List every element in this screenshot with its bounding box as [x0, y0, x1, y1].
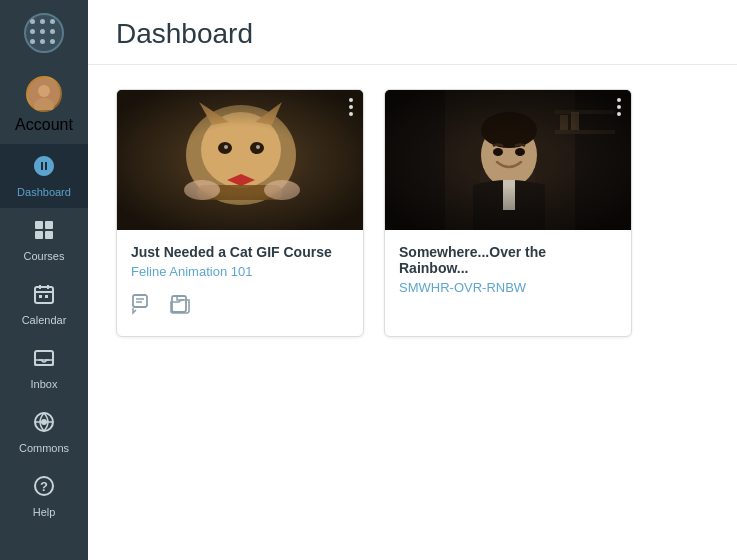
- sidebar-item-label: Inbox: [31, 378, 58, 390]
- svg-rect-33: [133, 295, 147, 307]
- sidebar: Account Dashboard Courses: [0, 0, 88, 560]
- course-card-rainbow[interactable]: Somewhere...Over the Rainbow... SMWHR-OV…: [384, 89, 632, 337]
- card-subtitle-cat: Feline Animation 101: [131, 264, 349, 279]
- inbox-icon: [32, 346, 56, 374]
- svg-rect-3: [35, 221, 43, 229]
- svg-point-1: [38, 85, 50, 97]
- commons-icon: [32, 410, 56, 438]
- svg-text:?: ?: [40, 479, 48, 494]
- sidebar-item-calendar[interactable]: Calendar: [0, 272, 88, 336]
- svg-rect-12: [45, 295, 48, 298]
- card-menu-button-cat[interactable]: [349, 98, 353, 116]
- sidebar-item-courses[interactable]: Courses: [0, 208, 88, 272]
- sidebar-item-label: Help: [33, 506, 56, 518]
- sidebar-item-account[interactable]: Account: [0, 66, 88, 144]
- main-content: Dashboard: [88, 0, 737, 560]
- svg-rect-11: [39, 295, 42, 298]
- card-thumbnail-rainbow: [385, 90, 631, 230]
- card-body-cat: Just Needed a Cat GIF Course Feline Anim…: [117, 230, 363, 336]
- avatar: [26, 76, 62, 112]
- page-header: Dashboard: [88, 0, 737, 65]
- courses-icon: [32, 218, 56, 246]
- sidebar-item-dashboard[interactable]: Dashboard: [0, 144, 88, 208]
- svg-rect-49: [385, 90, 631, 230]
- sidebar-item-commons[interactable]: Commons: [0, 400, 88, 464]
- thumbnail-image-cat: [117, 90, 363, 230]
- app-logo: [0, 0, 88, 66]
- svg-rect-6: [45, 231, 53, 239]
- files-icon[interactable]: [169, 293, 191, 320]
- svg-rect-7: [35, 287, 53, 303]
- svg-rect-13: [35, 351, 53, 365]
- card-body-rainbow: Somewhere...Over the Rainbow... SMWHR-OV…: [385, 230, 631, 325]
- calendar-icon: [32, 282, 56, 310]
- card-title-cat: Just Needed a Cat GIF Course: [131, 244, 349, 260]
- discussion-icon[interactable]: [131, 293, 153, 320]
- sidebar-item-label: Dashboard: [17, 186, 71, 198]
- dashboard-icon: [32, 154, 56, 182]
- sidebar-item-label: Account: [15, 116, 73, 134]
- sidebar-item-help[interactable]: ? Help: [0, 464, 88, 528]
- course-card-cat[interactable]: Just Needed a Cat GIF Course Feline Anim…: [116, 89, 364, 337]
- card-actions-cat: [131, 293, 349, 320]
- svg-rect-5: [35, 231, 43, 239]
- card-subtitle-rainbow: SMWHR-OVR-RNBW: [399, 280, 617, 295]
- card-menu-button-rainbow[interactable]: [617, 98, 621, 116]
- page-title: Dashboard: [116, 18, 709, 50]
- help-icon: ?: [32, 474, 56, 502]
- card-thumbnail-cat: [117, 90, 363, 230]
- sidebar-item-label: Commons: [19, 442, 69, 454]
- sidebar-item-label: Courses: [24, 250, 65, 262]
- sidebar-item-inbox[interactable]: Inbox: [0, 336, 88, 400]
- svg-rect-4: [45, 221, 53, 229]
- sidebar-item-label: Calendar: [22, 314, 67, 326]
- svg-rect-32: [117, 90, 363, 230]
- dashboard-cards: Just Needed a Cat GIF Course Feline Anim…: [88, 65, 737, 361]
- card-title-rainbow: Somewhere...Over the Rainbow...: [399, 244, 617, 276]
